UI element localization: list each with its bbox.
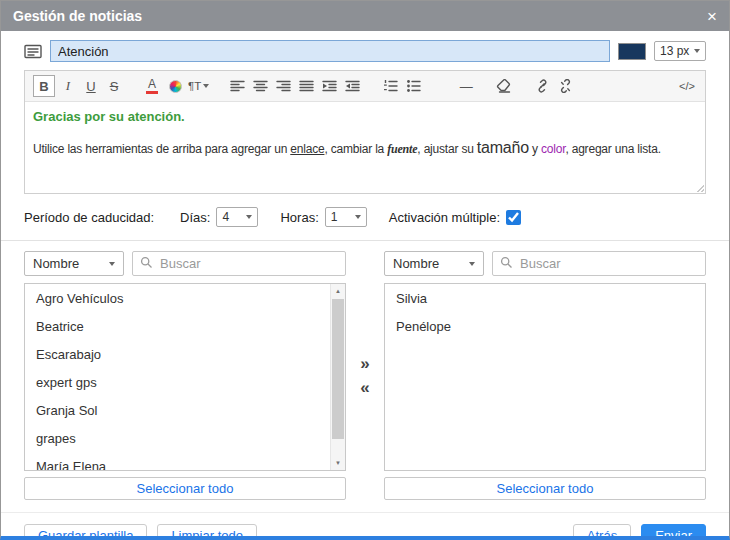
recipient-transfer-area: Nombre Agro Vehículos Beatrice Escarabaj… — [24, 251, 706, 500]
available-search-input[interactable] — [158, 255, 338, 272]
selected-filter-select[interactable]: Nombre — [384, 251, 484, 276]
available-filter-row: Nombre — [24, 251, 346, 276]
days-value: 4 — [222, 210, 229, 224]
list-item[interactable]: grapes — [25, 424, 345, 452]
list-item[interactable]: Agro Vehículos — [25, 284, 345, 312]
font-color-button[interactable]: A — [142, 75, 162, 97]
subject-input[interactable] — [50, 40, 610, 62]
search-icon — [140, 255, 153, 273]
help-text-part: Utilice las herramientas de arriba para … — [33, 142, 290, 156]
font-size-value: 13 px — [660, 44, 689, 58]
eraser-button[interactable] — [494, 75, 514, 97]
editor-toolbar: B I U S A ¶T — — [25, 71, 705, 102]
list-item[interactable]: Silvia — [385, 284, 705, 312]
help-text-part: , cambiar la — [324, 142, 387, 156]
scrollbar-thumb[interactable] — [332, 299, 344, 439]
selected-column: Nombre Silvia Penélope Seleccionar todo — [384, 251, 706, 500]
ordered-list-button[interactable] — [380, 75, 400, 97]
resize-handle[interactable] — [694, 182, 704, 192]
selected-filter-row: Nombre — [384, 251, 706, 276]
available-column: Nombre Agro Vehículos Beatrice Escarabaj… — [24, 251, 346, 500]
days-label: Días: — [180, 210, 210, 225]
indent-decrease-button[interactable] — [342, 75, 362, 97]
chevron-down-icon — [109, 262, 115, 266]
align-justify-button[interactable] — [296, 75, 316, 97]
indent-increase-button[interactable] — [319, 75, 339, 97]
scroll-down-icon[interactable]: ▼ — [331, 456, 345, 470]
sample-size-text: tamaño — [477, 139, 529, 156]
transfer-buttons: » « — [346, 251, 384, 500]
message-icon — [24, 44, 42, 59]
underline-button[interactable]: U — [81, 75, 101, 97]
expiry-row: Período de caducidad: Días: 4 Horas: 1 A… — [24, 207, 706, 227]
close-icon[interactable]: × — [707, 8, 717, 25]
selected-search-box — [492, 251, 706, 276]
selected-filter-value: Nombre — [393, 256, 439, 271]
chevron-down-icon — [469, 262, 475, 266]
code-view-button[interactable]: </> — [677, 75, 697, 97]
help-text-part: , agregar una lista. — [565, 142, 660, 156]
align-right-button[interactable] — [273, 75, 293, 97]
horizontal-rule-button[interactable]: — — [456, 75, 476, 97]
list-item[interactable]: Beatrice — [25, 312, 345, 340]
chevron-down-icon — [203, 84, 209, 88]
editor-help-text: Utilice las herramientas de arriba para … — [33, 139, 697, 157]
font-size-select[interactable]: 13 px — [654, 41, 706, 61]
link-button[interactable] — [532, 75, 552, 97]
bold-button[interactable]: B — [33, 75, 55, 97]
sample-color-text: color — [541, 142, 565, 156]
available-filter-select[interactable]: Nombre — [24, 251, 124, 276]
chevron-down-icon — [246, 215, 252, 219]
sample-link-text: enlace — [290, 142, 324, 156]
align-center-button[interactable] — [250, 75, 270, 97]
move-right-button[interactable]: » — [360, 355, 369, 372]
clear-all-button[interactable]: Limpiar todo — [157, 524, 257, 536]
available-search-box — [132, 251, 346, 276]
chevron-down-icon — [694, 49, 700, 53]
send-button[interactable]: Enviar — [641, 524, 706, 536]
save-template-button[interactable]: Guardar plantilla — [24, 524, 147, 536]
selected-select-all-button[interactable]: Seleccionar todo — [384, 477, 706, 500]
font-color-bar-icon — [146, 91, 158, 94]
scroll-up-icon[interactable]: ▲ — [331, 284, 345, 298]
days-group: Días: 4 — [180, 207, 258, 227]
available-filter-value: Nombre — [33, 256, 79, 271]
selected-search-input[interactable] — [518, 255, 698, 272]
available-select-all-button[interactable]: Seleccionar todo — [24, 477, 346, 500]
italic-button[interactable]: I — [58, 75, 78, 97]
days-select[interactable]: 4 — [216, 207, 258, 227]
list-item[interactable]: expert gps — [25, 368, 345, 396]
unlink-button[interactable] — [555, 75, 575, 97]
help-text-part: , ajustar su — [417, 142, 476, 156]
color-wheel-button[interactable] — [165, 75, 185, 97]
list-item[interactable]: Escarabajo — [25, 340, 345, 368]
dialog-titlebar: Gestión de noticias × — [1, 1, 729, 31]
list-item[interactable]: Granja Sol — [25, 396, 345, 424]
dialog-title: Gestión de noticias — [13, 8, 142, 24]
paragraph-format-button[interactable]: ¶T — [188, 75, 209, 97]
help-text-part: y — [529, 142, 541, 156]
align-left-button[interactable] — [227, 75, 247, 97]
hours-select[interactable]: 1 — [325, 207, 367, 227]
chevron-down-icon — [355, 215, 361, 219]
move-left-button[interactable]: « — [360, 379, 369, 396]
hours-group: Horas: 1 — [280, 207, 366, 227]
search-icon — [500, 255, 513, 273]
rich-text-editor: B I U S A ¶T — — [24, 70, 706, 194]
paragraph-format-label: ¶T — [188, 80, 201, 92]
multi-activation-label: Activación múltiple: — [389, 210, 500, 225]
list-item[interactable]: Penélope — [385, 312, 705, 340]
list-item[interactable]: María Elena — [25, 452, 345, 471]
strikethrough-button[interactable]: S — [104, 75, 124, 97]
multi-activation-checkbox[interactable] — [506, 210, 521, 225]
news-management-dialog: Gestión de noticias × 13 px B I U S A — [0, 0, 730, 540]
editor-body[interactable]: Gracias por su atención. Utilice las her… — [25, 102, 705, 193]
editor-greeting-text: Gracias por su atención. — [33, 109, 697, 124]
bullet-list-button[interactable] — [403, 75, 423, 97]
scrollbar[interactable]: ▲ ▼ — [330, 284, 345, 470]
color-swatch[interactable] — [618, 43, 646, 60]
multi-activation-group: Activación múltiple: — [389, 210, 521, 225]
back-button[interactable]: Atrás — [573, 524, 631, 536]
color-wheel-icon — [169, 80, 182, 93]
footer-divider — [1, 512, 729, 513]
